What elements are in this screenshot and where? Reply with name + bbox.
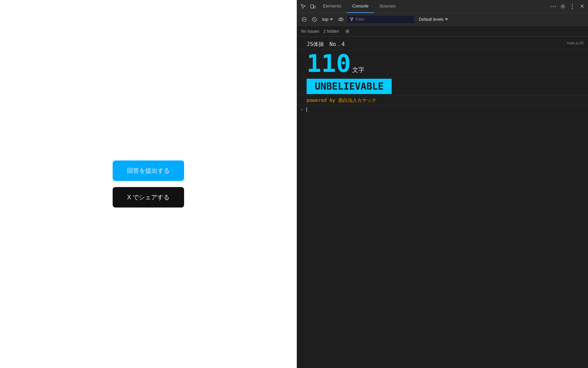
share-button[interactable]: X でシェアする <box>113 187 184 208</box>
eye-icon[interactable] <box>337 15 345 24</box>
submit-button[interactable]: 回答を提出する <box>113 160 184 181</box>
device-mode-icon[interactable] <box>308 2 317 11</box>
svg-point-17 <box>347 31 348 32</box>
svg-rect-1 <box>314 6 315 8</box>
clear-console-icon[interactable] <box>300 15 309 24</box>
console-cursor[interactable]: | <box>305 107 308 112</box>
main-page: 回答を提出する X でシェアする <box>0 0 297 368</box>
filter-input[interactable] <box>356 17 412 22</box>
devtools-panel: Elements Console Sources <box>297 0 588 368</box>
no-issues-label: No Issues <box>301 29 319 34</box>
devtools-tabbar: Elements Console Sources <box>297 0 588 13</box>
console-entry-title: JS体操 No．4 main.js:81 <box>297 40 588 50</box>
tab-console[interactable]: Console <box>347 0 374 13</box>
svg-point-3 <box>551 6 552 7</box>
svg-point-4 <box>553 6 554 7</box>
console-chevron-icon: › <box>301 107 303 112</box>
more-tabs-icon[interactable] <box>549 2 558 11</box>
kebab-menu-icon[interactable] <box>568 2 577 11</box>
console-output: JS体操 No．4 main.js:81 110 文字 UNBELIEVABLE <box>297 37 588 368</box>
console-entry-unbelievable: UNBELIEVABLE <box>297 77 588 96</box>
svg-point-5 <box>555 6 556 7</box>
filter-box <box>347 15 415 24</box>
svg-point-8 <box>572 6 573 7</box>
tab-elements[interactable]: Elements <box>317 0 347 13</box>
console-entry-powered: powered by 面白法人カヤック <box>297 96 588 105</box>
issues-bar: No Issues 2 hidden <box>297 26 588 37</box>
svg-point-6 <box>562 5 564 7</box>
console-title-text: JS体操 No．4 <box>307 41 345 47</box>
default-levels-dropdown[interactable]: Default levels <box>416 16 451 22</box>
hidden-count[interactable]: 2 hidden <box>323 29 339 34</box>
tab-sources[interactable]: Sources <box>374 0 401 13</box>
console-input-row: › | <box>297 105 588 113</box>
console-powered-text: powered by 面白法人カヤック <box>307 97 376 103</box>
console-unit-label: 文字 <box>352 66 364 74</box>
issues-settings-icon[interactable] <box>343 27 352 36</box>
svg-point-9 <box>572 8 573 9</box>
svg-point-15 <box>340 18 342 20</box>
inspect-element-icon[interactable] <box>298 2 308 11</box>
settings-icon[interactable] <box>558 2 568 11</box>
console-toolbar: top Default levels <box>297 13 588 26</box>
no-error-icon[interactable] <box>310 15 319 24</box>
console-source-link[interactable]: main.js:81 <box>567 41 584 45</box>
console-unbelievable-text: UNBELIEVABLE <box>307 79 392 94</box>
svg-point-7 <box>572 4 573 5</box>
close-devtools-button[interactable]: ✕ <box>577 2 587 11</box>
filter-icon <box>350 17 354 21</box>
console-number-value: 110 <box>307 51 351 76</box>
context-selector[interactable]: top <box>320 16 335 22</box>
svg-line-13 <box>313 18 315 20</box>
svg-marker-16 <box>350 18 353 21</box>
console-entry-number: 110 文字 <box>297 50 588 77</box>
